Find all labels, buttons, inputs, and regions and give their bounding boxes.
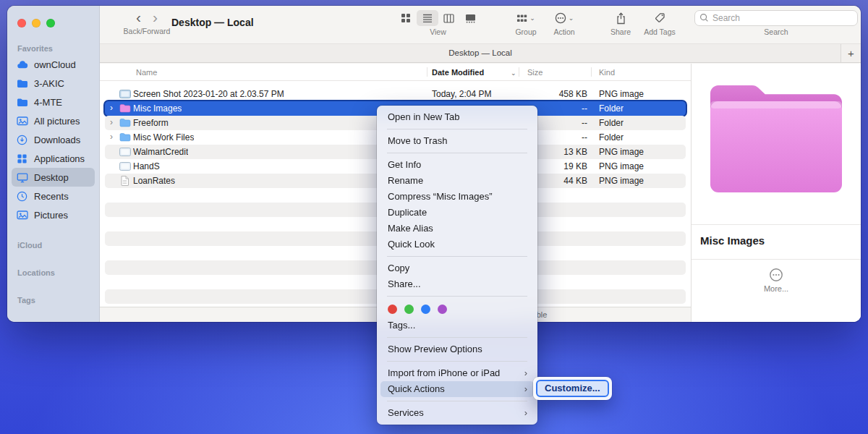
submenu-chevron-icon: › (524, 381, 527, 397)
column-divider[interactable] (519, 67, 519, 77)
navigation-group: ‹› Back/Forward (119, 10, 175, 35)
tab-desktop-local[interactable]: Desktop — Local (100, 44, 861, 62)
image-thumbnail-icon (119, 90, 131, 98)
column-header-row: Name Date Modified ⌄ Size Kind (100, 64, 691, 81)
tag-color-green[interactable] (404, 305, 414, 314)
menu-separator (387, 361, 527, 362)
menu-item-make-alias[interactable]: Make Alias (380, 221, 534, 237)
submenu-chevron-icon: › (524, 405, 527, 421)
cloud-icon (17, 59, 29, 70)
menu-item-tags[interactable]: Tags... (380, 318, 534, 333)
action-label: Action (539, 27, 590, 36)
forward-button[interactable]: › (147, 10, 163, 25)
disclosure-chevron-icon[interactable]: › (110, 130, 113, 144)
menu-item-share[interactable]: Share... (380, 276, 534, 292)
chevron-down-icon: ⌄ (569, 15, 574, 22)
action-icon (555, 12, 566, 24)
add-tags-button[interactable]: Add Tags (634, 10, 685, 36)
menu-item-quick-look[interactable]: Quick Look (380, 237, 534, 252)
back-button[interactable]: ‹ (130, 10, 147, 25)
more-button[interactable]: More... (692, 268, 861, 293)
table-row-screenshot[interactable]: Screen Shot 2023-01-20 at 2.03.57 PM Tod… (105, 87, 686, 101)
search-label: Search (694, 27, 858, 36)
column-header-date-modified[interactable]: Date Modified (432, 64, 484, 81)
tag-color-red[interactable] (388, 305, 397, 314)
tab-bar: Desktop — Local + (100, 43, 861, 63)
minimize-window-button[interactable] (32, 19, 41, 27)
new-tab-button[interactable]: + (841, 44, 861, 62)
preview-file-title: Misc Images (700, 234, 765, 247)
applications-icon (17, 153, 29, 164)
sidebar-item-applications[interactable]: Applications (12, 149, 95, 168)
menu-item-customize[interactable]: Customize... (536, 380, 609, 397)
gallery-view-icon (465, 14, 476, 23)
view-list-button[interactable] (417, 10, 438, 26)
menu-item-quick-actions[interactable]: Quick Actions› (380, 381, 534, 397)
window-title: Desktop — Local (171, 17, 254, 28)
menu-item-copy[interactable]: Copy (380, 260, 534, 276)
download-icon (17, 134, 29, 145)
more-ellipsis-icon (769, 268, 783, 282)
sidebar-item-recents[interactable]: Recents (12, 187, 95, 205)
column-header-kind[interactable]: Kind (599, 64, 615, 81)
search-input[interactable] (694, 10, 858, 26)
share-icon (616, 12, 626, 25)
sidebar-item-owncloud[interactable]: ownCloud (12, 55, 95, 74)
view-columns-button[interactable] (438, 10, 460, 26)
sidebar-item-4-mte[interactable]: 4-MTE (12, 93, 95, 111)
column-divider[interactable] (427, 67, 427, 77)
disclosure-chevron-icon[interactable]: › (110, 116, 113, 129)
menu-item-rename[interactable]: Rename (380, 173, 534, 189)
menu-item-services[interactable]: Services› (380, 405, 534, 421)
column-header-size[interactable]: Size (527, 64, 542, 81)
sidebar-item-label: ownCloud (34, 59, 76, 70)
sidebar: Favorites ownCloud 3-AKIC (7, 6, 100, 322)
column-divider[interactable] (591, 67, 592, 77)
folder-icon (17, 77, 29, 89)
preview-pane: Misc Images More... (691, 64, 861, 322)
menu-item-duplicate[interactable]: Duplicate (380, 205, 534, 221)
sidebar-item-downloads[interactable]: Downloads (12, 130, 95, 149)
sidebar-section-icloud[interactable]: iCloud (12, 237, 95, 252)
view-gallery-button[interactable] (460, 10, 482, 26)
sidebar-item-label: Applications (34, 153, 85, 164)
image-thumbnail-icon (119, 162, 131, 171)
sidebar-item-desktop[interactable]: Desktop (12, 168, 95, 187)
tag-icon (654, 12, 665, 24)
disclosure-chevron-icon[interactable]: › (110, 101, 113, 115)
sidebar-item-label: Pictures (34, 210, 68, 221)
document-icon (121, 176, 129, 186)
submenu-chevron-icon: › (524, 365, 527, 381)
menu-separator (387, 337, 527, 338)
sidebar-section-locations[interactable]: Locations (12, 265, 95, 279)
sidebar-item-3-akic[interactable]: 3-AKIC (12, 74, 95, 93)
zoom-window-button[interactable] (46, 19, 55, 27)
photos-icon (17, 209, 29, 221)
window-controls (17, 19, 55, 27)
sidebar-item-pictures[interactable]: Pictures (12, 205, 95, 224)
sidebar-section-tags[interactable]: Tags (12, 292, 95, 307)
menu-item-import-from-iphone[interactable]: Import from iPhone or iPad› (380, 365, 534, 381)
menu-separator (387, 296, 527, 297)
folder-icon (17, 96, 29, 108)
sidebar-item-label: 4-MTE (34, 97, 62, 108)
sidebar-item-label: Downloads (34, 135, 80, 145)
menu-item-compress[interactable]: Compress “Misc Images” (380, 189, 534, 205)
tag-color-purple[interactable] (438, 305, 447, 314)
menu-item-get-info[interactable]: Get Info (380, 157, 534, 173)
menu-separator (387, 153, 527, 153)
divider (692, 259, 861, 260)
toolbar: ‹› Back/Forward Desktop — Local (100, 6, 861, 43)
sidebar-item-all-pictures[interactable]: All pictures (12, 111, 95, 130)
action-button[interactable]: ⌄ Action (539, 10, 590, 36)
quick-actions-submenu: Customize... (533, 377, 612, 400)
column-header-name[interactable]: Name (136, 64, 157, 81)
view-grid-button[interactable] (395, 10, 417, 26)
menu-item-open-in-new-tab[interactable]: Open in New Tab (380, 109, 534, 125)
divider (692, 224, 861, 225)
menu-item-move-to-trash[interactable]: Move to Trash (380, 133, 534, 149)
tag-color-blue[interactable] (421, 305, 430, 314)
close-window-button[interactable] (17, 19, 26, 27)
group-icon (516, 14, 527, 23)
menu-item-show-preview-options[interactable]: Show Preview Options (380, 341, 534, 357)
